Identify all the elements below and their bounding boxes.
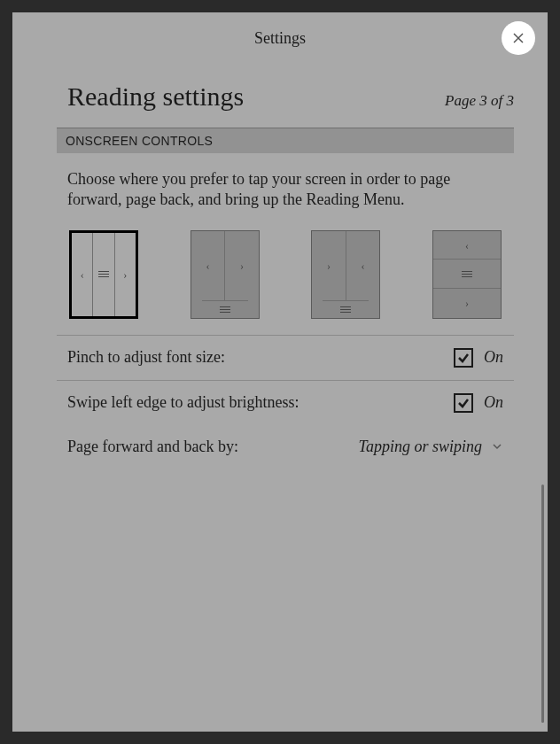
- close-icon: [511, 31, 525, 45]
- setting-pinch: Pinch to adjust font size: On: [57, 335, 514, 380]
- setting-swipe: Swipe left edge to adjust brightness: On: [57, 380, 514, 425]
- layout-options: ‹ › ‹ › › ‹: [57, 230, 514, 335]
- checkmark-icon: [456, 396, 471, 410]
- pageforward-dropdown[interactable]: Tapping or swiping: [359, 438, 503, 456]
- settings-modal: Settings Reading settings Page 3 of 3 ON…: [12, 12, 548, 732]
- setting-state: On: [484, 348, 503, 367]
- content: Reading settings Page 3 of 3 ONSCREEN CO…: [12, 64, 548, 732]
- menu-icon: [220, 305, 230, 314]
- chevron-left-icon: ‹: [465, 240, 469, 251]
- setting-pageforward: Page forward and back by: Tapping or swi…: [57, 425, 514, 469]
- page-title: Reading settings: [67, 81, 244, 112]
- modal-title: Settings: [254, 29, 306, 48]
- layout-option-1[interactable]: ‹ ›: [69, 230, 138, 319]
- section-header: ONSCREEN CONTROLS: [57, 128, 514, 153]
- chevron-left-icon: ‹: [362, 260, 365, 271]
- chevron-left-icon: ‹: [81, 269, 84, 280]
- swipe-checkbox[interactable]: [454, 393, 473, 413]
- layout-option-3[interactable]: › ‹: [311, 230, 380, 319]
- instruction-text: Choose where you prefer to tap your scre…: [57, 153, 514, 230]
- setting-label: Swipe left edge to adjust brightness:: [67, 393, 299, 412]
- dropdown-value: Tapping or swiping: [359, 438, 482, 456]
- layout-option-2[interactable]: ‹ ›: [191, 230, 260, 319]
- setting-state: On: [484, 393, 503, 412]
- setting-label: Page forward and back by:: [67, 438, 238, 456]
- modal-header: Settings: [12, 12, 548, 64]
- chevron-left-icon: ‹: [206, 260, 209, 271]
- menu-icon: [98, 269, 109, 279]
- setting-label: Pinch to adjust font size:: [67, 348, 225, 367]
- menu-icon: [340, 305, 351, 314]
- page-indicator: Page 3 of 3: [445, 92, 514, 110]
- close-button[interactable]: [502, 21, 535, 55]
- chevron-right-icon: ›: [123, 269, 127, 280]
- chevron-right-icon: ›: [240, 260, 244, 271]
- scrollbar-thumb[interactable]: [541, 484, 544, 723]
- checkmark-icon: [456, 351, 471, 365]
- scrollbar[interactable]: [541, 128, 544, 723]
- menu-icon: [462, 269, 472, 279]
- chevron-down-icon: [491, 440, 503, 453]
- chevron-right-icon: ›: [465, 298, 469, 308]
- pinch-checkbox[interactable]: [454, 348, 473, 368]
- layout-option-4[interactable]: ‹ ›: [432, 230, 502, 319]
- chevron-right-icon: ›: [327, 260, 331, 271]
- title-row: Reading settings Page 3 of 3: [57, 64, 514, 128]
